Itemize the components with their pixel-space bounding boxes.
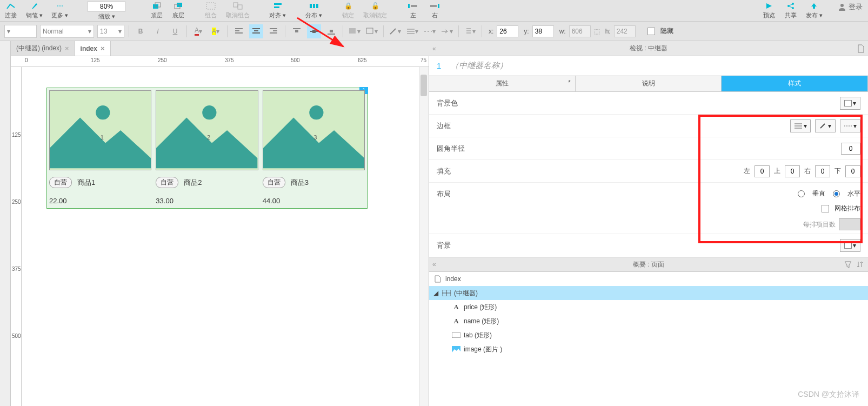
tab-notes[interactable]: 说明 [576, 76, 722, 91]
border-style-btn[interactable]: ▾ [840, 119, 860, 132]
pad-top-input[interactable] [785, 165, 800, 177]
layout-vert-radio[interactable] [798, 190, 805, 197]
tool-back[interactable]: 底层 [172, 0, 185, 19]
close-icon[interactable]: × [101, 44, 105, 52]
tree-price[interactable]: A price (矩形) [429, 300, 868, 314]
canvas-scrollbar[interactable] [419, 67, 429, 406]
linestyle-btn[interactable]: ▾ [423, 24, 437, 38]
grid-checkbox[interactable] [822, 205, 829, 212]
border-color-btn[interactable]: ▾ [815, 119, 836, 132]
radius-input[interactable] [841, 143, 860, 155]
close-icon[interactable]: × [65, 44, 69, 52]
border-width-btn[interactable]: ▾ [790, 119, 811, 132]
page-icon[interactable] [857, 44, 865, 53]
collapse-icon[interactable]: « [432, 261, 436, 268]
tag-badge: 自营 [49, 177, 72, 188]
repeater-widget[interactable]: 1 1 自营商品1 22.00 2 自营商 [46, 88, 368, 209]
tool-group[interactable]: 组合 [204, 0, 217, 19]
tool-ungroup[interactable]: 取消组合 [226, 0, 250, 19]
tab-index[interactable]: index× [75, 41, 111, 56]
collapse-icon[interactable]: « [432, 45, 436, 52]
tool-lock[interactable]: 🔒锁定 [342, 0, 355, 19]
linewidth-btn[interactable]: ▾ [405, 24, 419, 38]
pad-left-input[interactable] [755, 165, 770, 177]
fill-btn[interactable]: ▾ [348, 24, 362, 38]
left-tool-strip [0, 41, 11, 406]
tool-distribute[interactable]: 分布 ▾ [305, 0, 322, 19]
tool-more[interactable]: ⋯更多 ▾ [51, 0, 68, 19]
tree-image[interactable]: image (图片 ) [429, 342, 868, 356]
ruler-horizontal: 0 125 250 375 500 625 75 [11, 56, 429, 67]
format-toolbar: ▾ Normal▾ 13▾ B I U A▾ A▾ ▾ ▾ ▾ ▾ ▾ ▾ ▾ … [0, 22, 868, 41]
svg-rect-23 [310, 31, 318, 32]
tool-zoom[interactable]: 缩放 ▾ [88, 0, 125, 21]
product-name: 商品1 [77, 178, 95, 188]
svg-rect-4 [206, 3, 215, 9]
y-input[interactable] [532, 25, 554, 37]
bg2-picker[interactable]: ▾ [840, 239, 860, 252]
document-tabs: (中继器) (index)× index× ▾ [11, 41, 439, 56]
align-right-btn[interactable] [266, 24, 281, 38]
zoom-input[interactable] [88, 1, 125, 12]
layout-horz-radio[interactable] [833, 190, 840, 197]
fontbg-btn[interactable]: A▾ [209, 24, 223, 38]
bgcolor-picker[interactable]: ▾ [840, 97, 860, 110]
widget-name-placeholder[interactable]: （中继器名称） [451, 61, 508, 71]
tool-connect[interactable]: 连接 [4, 0, 17, 19]
tool-pen[interactable]: 钢笔 ▾ [26, 0, 43, 19]
repeater-item: 1 自营商品1 22.00 [47, 88, 153, 208]
tree-repeater[interactable]: ◢ (中继器) [429, 286, 868, 300]
tool-right[interactable]: 右 [428, 0, 441, 19]
underline-btn[interactable]: U [168, 24, 182, 38]
valign-top-btn[interactable] [290, 24, 304, 38]
tool-preview[interactable]: 预览 [763, 0, 776, 19]
svg-rect-10 [313, 4, 315, 8]
filter-icon[interactable] [844, 261, 852, 268]
canvas[interactable]: 1 1 自营商品1 22.00 2 自营商 [22, 67, 419, 406]
svg-point-29 [203, 105, 217, 119]
tab-style[interactable]: 样式 [722, 76, 868, 91]
linecolor-btn[interactable]: ▾ [388, 24, 402, 38]
tool-left[interactable]: 左 [406, 0, 419, 19]
tree-page[interactable]: index [429, 272, 868, 286]
tool-publish[interactable]: 发布 ▾ [806, 0, 823, 19]
tab-properties[interactable]: 属性* [429, 76, 576, 91]
product-name: 商品3 [291, 178, 309, 188]
valign-mid-btn[interactable] [307, 24, 321, 38]
tool-unlock[interactable]: 🔓取消锁定 [363, 0, 387, 19]
tool-align[interactable]: 对齐 ▾ [269, 0, 286, 19]
row-bgcolor: 背景色 ▾ [429, 92, 868, 115]
tool-share[interactable]: 共享 [784, 0, 797, 19]
fontsize-dd[interactable]: 13▾ [97, 25, 124, 38]
tree-tab[interactable]: tab (矩形) [429, 328, 868, 342]
repeater-item: 3 自营商品3 44.00 [261, 88, 367, 208]
tree-name[interactable]: A name (矩形) [429, 314, 868, 328]
italic-btn[interactable]: I [151, 24, 165, 38]
arrow-btn[interactable]: ▾ [440, 24, 454, 38]
tool-front[interactable]: 顶层 [150, 0, 163, 19]
lineheight-btn[interactable]: ▾ [463, 24, 477, 38]
login-link[interactable]: 登录 [838, 2, 863, 12]
valign-bot-btn[interactable] [324, 24, 338, 38]
fontcolor-btn[interactable]: A▾ [191, 24, 205, 38]
svg-rect-2 [177, 3, 182, 7]
pad-bottom-input[interactable] [845, 165, 860, 177]
lock-wh-icon[interactable]: ⬚ [594, 28, 600, 35]
tab-repeater-index[interactable]: (中继器) (index)× [11, 41, 75, 56]
sort-icon[interactable] [856, 261, 864, 268]
items-per-row-input [839, 218, 860, 230]
align-center-btn[interactable] [249, 24, 263, 38]
image-placeholder: 3 [263, 90, 365, 170]
expand-icon[interactable]: ◢ [433, 289, 439, 297]
bold-btn[interactable]: B [133, 24, 148, 38]
outer-btn[interactable]: ▾ [365, 24, 379, 38]
style-dd[interactable]: Normal▾ [40, 25, 94, 38]
align-left-btn[interactable] [232, 24, 246, 38]
selection-count: 1 [437, 61, 441, 70]
widget-dd[interactable]: ▾ [4, 25, 37, 38]
pad-right-input[interactable] [815, 165, 830, 177]
x-input[interactable] [497, 25, 518, 37]
hidden-checkbox[interactable] [647, 28, 655, 35]
inspector-tabs: 属性* 说明 样式 [429, 76, 868, 92]
watermark: CSDN @文拾沐译 [798, 390, 859, 400]
